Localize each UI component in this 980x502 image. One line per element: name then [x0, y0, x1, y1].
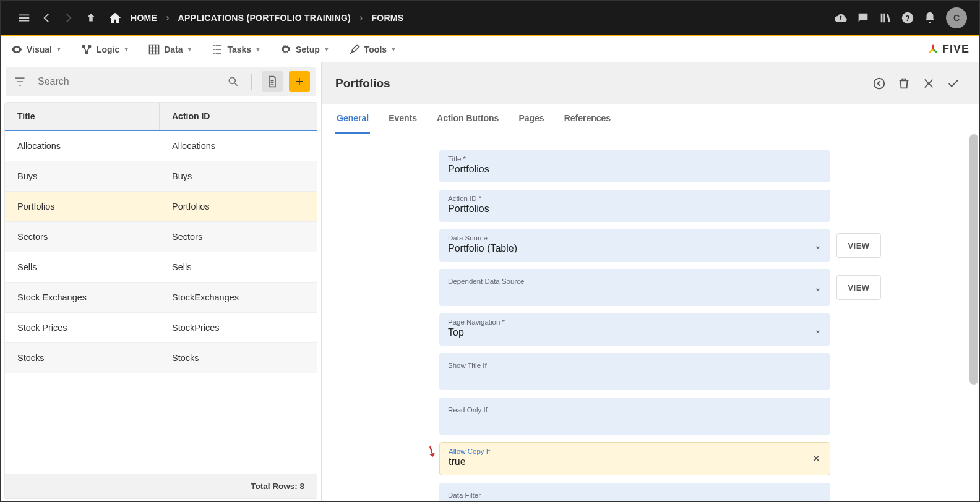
delete-icon[interactable] — [892, 71, 916, 96]
crumb-home[interactable]: HOME — [126, 13, 162, 23]
bell-icon[interactable] — [919, 7, 941, 29]
library-icon[interactable] — [874, 7, 896, 29]
chevron-down-icon[interactable]: ⌄ — [814, 325, 822, 334]
menu-logic[interactable]: Logic▼ — [80, 43, 129, 56]
table-row[interactable]: PortfoliosPortfolios — [5, 192, 317, 222]
table-footer: Total Rows: 8 — [5, 474, 317, 498]
menu-data[interactable]: Data▼ — [148, 43, 192, 56]
field-data-filter[interactable]: Data Filter — [439, 483, 830, 502]
right-header: Portfolios — [322, 62, 979, 104]
menu-logic-label: Logic — [97, 45, 119, 54]
right-panel: Portfolios General Events Action Buttons… — [321, 62, 979, 502]
field-show-title-label: Show Title If — [448, 362, 822, 369]
field-read-only-if[interactable]: Read Only If — [439, 398, 830, 435]
chevron-right-icon: › — [166, 12, 169, 23]
filter-icon[interactable] — [12, 74, 28, 90]
field-action-id[interactable]: Action ID * Portfolios — [439, 190, 830, 222]
menu-tools[interactable]: Tools▼ — [348, 43, 397, 56]
col-action[interactable]: Action ID — [160, 103, 317, 130]
search-input[interactable] — [34, 72, 219, 91]
table-row[interactable]: BuysBuys — [5, 161, 317, 192]
avatar[interactable]: C — [946, 7, 967, 28]
close-icon[interactable] — [916, 71, 941, 96]
search-icon[interactable] — [225, 74, 241, 90]
form-area: Title * Portfolios Action ID * Portfolio… — [322, 134, 979, 502]
tabs: General Events Action Buttons Pages Refe… — [322, 104, 979, 134]
cloud-icon[interactable] — [830, 7, 852, 29]
menu-data-label: Data — [164, 45, 183, 54]
field-show-title-value — [448, 369, 822, 381]
list-table: Title Action ID AllocationsAllocations B… — [4, 102, 317, 499]
field-allow-copy-label: Allow Copy If — [449, 448, 821, 455]
field-page-nav-label: Page Navigation * — [448, 318, 822, 326]
chevron-down-icon[interactable]: ⌄ — [814, 240, 822, 250]
crumb-applications[interactable]: APPLICATIONS (PORTFOLIO TRAINING) — [173, 13, 356, 23]
view-button[interactable]: VIEW — [836, 275, 881, 300]
table-body: AllocationsAllocations BuysBuys Portfoli… — [5, 131, 317, 474]
tab-events[interactable]: Events — [387, 104, 418, 134]
scrollbar[interactable] — [969, 134, 978, 385]
field-data-source[interactable]: Data Source Portfolio (Table) ⌄ — [439, 229, 830, 262]
view-button[interactable]: VIEW — [836, 233, 881, 258]
field-read-only-value — [448, 414, 822, 426]
breadcrumb: HOME › APPLICATIONS (PORTFOLIO TRAINING)… — [108, 11, 408, 25]
menubar: Visual▼ Logic▼ Data▼ Tasks▼ Setup▼ Tools… — [1, 36, 979, 62]
svg-point-6 — [874, 79, 885, 89]
table-row[interactable]: Stock ExchangesStockExchanges — [5, 283, 317, 313]
field-title-label: Title * — [448, 155, 822, 163]
field-allow-copy-value: true — [449, 456, 821, 469]
field-page-nav-value: Top — [448, 327, 822, 339]
field-dependent-data-source[interactable]: Dependent Data Source ⌄ — [439, 269, 830, 306]
annotation-arrow: ➘ — [422, 441, 441, 462]
field-title[interactable]: Title * Portfolios — [439, 150, 830, 182]
help-icon[interactable]: ? — [896, 7, 919, 29]
svg-point-5 — [229, 77, 235, 83]
topbar: HOME › APPLICATIONS (PORTFOLIO TRAINING)… — [1, 1, 979, 35]
field-dependent-label: Dependent Data Source — [448, 278, 822, 285]
revert-icon[interactable] — [867, 71, 892, 96]
menu-visual[interactable]: Visual▼ — [11, 43, 62, 56]
table-row[interactable]: AllocationsAllocations — [5, 131, 317, 161]
menu-setup-label: Setup — [296, 45, 320, 54]
menu-tasks[interactable]: Tasks▼ — [211, 43, 261, 56]
col-title[interactable]: Title — [5, 103, 160, 130]
up-icon[interactable] — [80, 7, 102, 29]
back-icon[interactable] — [35, 7, 58, 29]
field-action-id-label: Action ID * — [448, 195, 822, 202]
tab-pages[interactable]: Pages — [517, 104, 545, 134]
document-button[interactable] — [262, 71, 283, 92]
field-data-filter-label: Data Filter — [448, 491, 822, 499]
tab-general[interactable]: General — [335, 104, 370, 134]
svg-text:?: ? — [905, 14, 909, 22]
crumb-forms[interactable]: FORMS — [366, 13, 408, 23]
field-data-source-value: Portfolio (Table) — [448, 243, 822, 255]
tab-references[interactable]: References — [563, 104, 612, 134]
table-row[interactable]: SellsSells — [5, 252, 317, 283]
menu-tasks-label: Tasks — [227, 45, 251, 54]
field-allow-copy-if[interactable]: Allow Copy If true ✕ — [439, 442, 830, 475]
table-header: Title Action ID — [5, 103, 317, 131]
field-data-filter-value — [448, 499, 822, 502]
chat-icon[interactable] — [852, 7, 874, 29]
forward-icon — [58, 7, 80, 29]
field-page-navigation[interactable]: Page Navigation * Top ⌄ — [439, 313, 830, 346]
field-read-only-label: Read Only If — [448, 406, 822, 414]
table-row[interactable]: SectorsSectors — [5, 222, 317, 252]
table-row[interactable]: Stock PricesStockPrices — [5, 313, 317, 343]
menu-setup[interactable]: Setup▼ — [280, 43, 330, 56]
field-action-id-value: Portfolios — [448, 203, 822, 216]
page-title: Portfolios — [335, 77, 390, 90]
left-panel: + Title Action ID AllocationsAllocations… — [1, 62, 321, 502]
field-title-value: Portfolios — [448, 164, 822, 176]
table-row[interactable]: StocksStocks — [5, 343, 317, 373]
tab-action-buttons[interactable]: Action Buttons — [436, 104, 500, 134]
field-show-title-if[interactable]: Show Title If — [439, 353, 830, 390]
check-icon[interactable] — [941, 71, 966, 96]
clear-icon[interactable]: ✕ — [812, 452, 821, 466]
add-button[interactable]: + — [289, 71, 310, 92]
field-dependent-value — [448, 285, 822, 297]
menu-icon[interactable] — [13, 7, 35, 29]
brand-text: FIVE — [942, 43, 969, 56]
chevron-down-icon[interactable]: ⌄ — [814, 283, 822, 292]
field-data-source-label: Data Source — [448, 234, 822, 242]
